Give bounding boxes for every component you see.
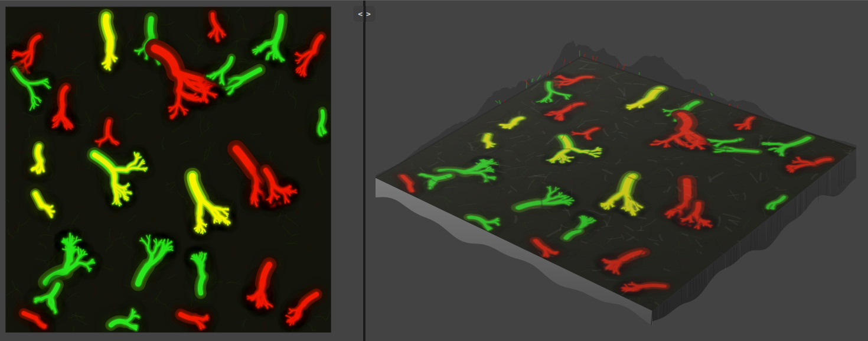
chevron-left-icon: < [358,10,363,18]
split-view-workspace: < > [0,0,868,341]
terrain-3d-pane [366,1,868,341]
chevron-right-icon: > [366,10,371,18]
texture-2d-pane [0,1,363,341]
split-divider-handle[interactable]: < > [354,6,376,22]
split-divider[interactable]: < > [363,1,366,341]
divider-line [363,6,366,22]
flowmap-2d-canvas[interactable] [5,7,331,333]
terrain-3d-canvas[interactable] [366,1,868,341]
